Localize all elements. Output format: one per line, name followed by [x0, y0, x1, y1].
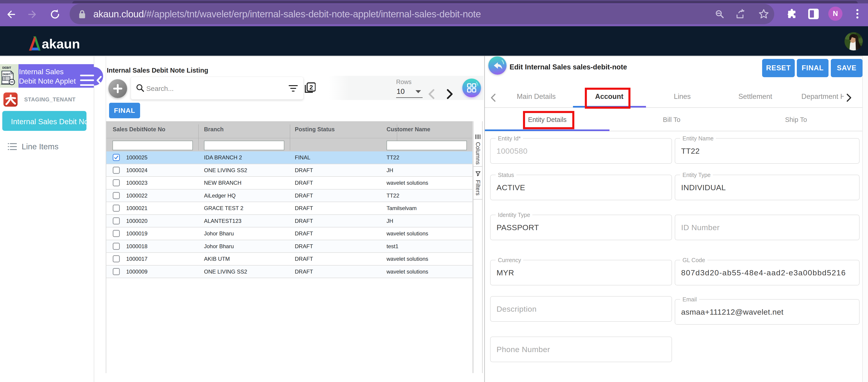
svg-text:2: 2: [309, 84, 313, 91]
svg-text:DEBIT: DEBIT: [3, 73, 10, 76]
svg-text:DEBIT: DEBIT: [2, 66, 11, 69]
svg-text:Note.: Note.: [10, 74, 13, 75]
